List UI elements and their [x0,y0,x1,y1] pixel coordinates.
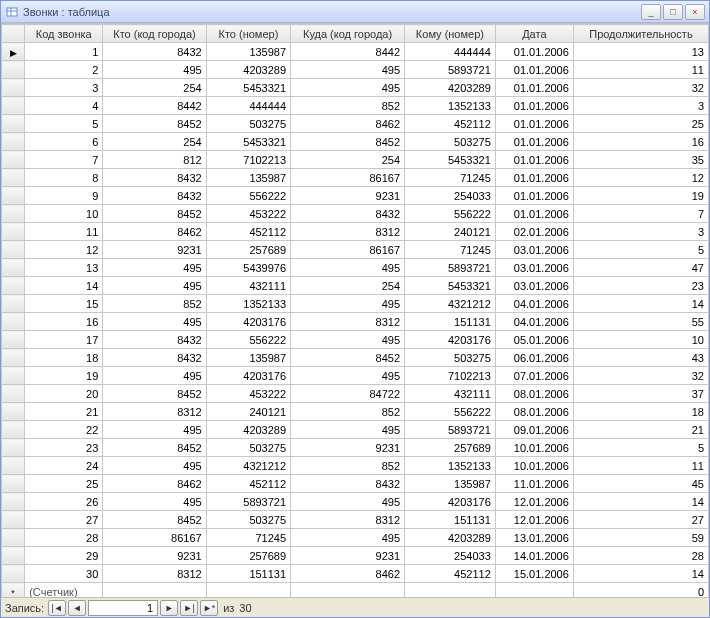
cell[interactable]: 240121 [206,403,290,421]
cell[interactable]: 495 [103,493,206,511]
cell[interactable]: 18 [25,349,103,367]
cell[interactable]: 21 [573,421,708,439]
row-selector[interactable] [2,259,25,277]
cell[interactable]: 503275 [405,349,496,367]
cell[interactable]: 8432 [291,475,405,493]
maximize-button[interactable]: □ [663,4,683,20]
cell[interactable]: 07.01.2006 [495,367,573,385]
cell[interactable]: 8432 [103,43,206,61]
cell[interactable]: 8442 [103,97,206,115]
cell[interactable]: 2 [25,61,103,79]
cell[interactable]: 556222 [206,187,290,205]
cell[interactable]: 55 [573,313,708,331]
column-header[interactable]: Куда (код города) [291,25,405,43]
cell[interactable]: 151131 [405,313,496,331]
cell[interactable]: 852 [291,457,405,475]
row-selector[interactable] [2,367,25,385]
table-row[interactable]: 108452453222843255622201.01.20067 [2,205,709,223]
row-selector[interactable] [2,133,25,151]
cell[interactable]: 503275 [405,133,496,151]
cell[interactable]: 27 [25,511,103,529]
row-selector[interactable] [2,169,25,187]
cell[interactable]: 8452 [103,385,206,403]
nav-first-button[interactable]: |◄ [48,600,66,616]
cell[interactable]: 20 [25,385,103,403]
row-selector[interactable] [2,277,25,295]
cell[interactable]: 432111 [206,277,290,295]
cell[interactable]: 495 [103,313,206,331]
row-selector[interactable] [2,529,25,547]
cell[interactable]: 28 [25,529,103,547]
cell[interactable]: 14 [25,277,103,295]
cell[interactable]: 19 [25,367,103,385]
cell[interactable]: 03.01.2006 [495,259,573,277]
cell[interactable]: 9231 [291,187,405,205]
row-selector[interactable] [2,115,25,133]
cell[interactable]: 8452 [103,439,206,457]
table-row[interactable]: 21831224012185255622208.01.200618 [2,403,709,421]
cell[interactable]: 452112 [206,475,290,493]
cell[interactable]: 7 [25,151,103,169]
cell[interactable]: 11 [573,61,708,79]
cell[interactable]: 21 [25,403,103,421]
cell[interactable]: 01.01.2006 [495,169,573,187]
table-row[interactable]: 14495432111254545332103.01.200623 [2,277,709,295]
cell[interactable]: 28 [573,547,708,565]
column-header[interactable]: Кто (код города) [103,25,206,43]
cell[interactable]: 556222 [206,331,290,349]
cell[interactable]: 852 [291,97,405,115]
cell[interactable]: 5 [573,241,708,259]
cell[interactable]: 12 [573,169,708,187]
table-row[interactable]: 244954321212852135213310.01.200611 [2,457,709,475]
cell[interactable]: 5893721 [405,259,496,277]
cell[interactable] [206,583,290,598]
cell[interactable]: 135987 [405,475,496,493]
cell[interactable]: 254033 [405,187,496,205]
row-selector[interactable] [2,97,25,115]
nav-new-button[interactable]: ►* [200,600,218,616]
cell[interactable]: 13 [573,43,708,61]
cell[interactable]: 01.01.2006 [495,79,573,97]
row-selector[interactable] [2,493,25,511]
cell[interactable]: 13 [25,259,103,277]
table-row[interactable]: 32545453321495420328901.01.200632 [2,79,709,97]
cell[interactable]: 5 [573,439,708,457]
datasheet-grid[interactable]: Код звонка Кто (код города) Кто (номер) … [1,23,709,597]
cell[interactable]: 26 [25,493,103,511]
cell[interactable]: 5453321 [206,79,290,97]
cell[interactable]: 86167 [103,529,206,547]
cell[interactable]: 12.01.2006 [495,493,573,511]
cell[interactable]: 5893721 [206,493,290,511]
cell[interactable]: 495 [103,421,206,439]
cell[interactable]: 254 [103,79,206,97]
table-row[interactable]: 48442444444852135213301.01.20063 [2,97,709,115]
cell[interactable]: 01.01.2006 [495,205,573,223]
cell[interactable]: 0 [573,583,708,598]
cell[interactable]: 254 [103,133,206,151]
cell[interactable]: 01.01.2006 [495,97,573,115]
cell[interactable]: 7102213 [206,151,290,169]
cell[interactable]: 452112 [405,565,496,583]
cell[interactable]: 1 [25,43,103,61]
cell[interactable]: 8432 [291,205,405,223]
cell[interactable]: 8432 [103,187,206,205]
cell[interactable]: 503275 [206,439,290,457]
table-row[interactable]: 224954203289495589372109.01.200621 [2,421,709,439]
table-row[interactable]: 129231257689861677124503.01.20065 [2,241,709,259]
nav-current-input[interactable] [88,600,158,616]
cell[interactable]: 8462 [291,565,405,583]
cell[interactable]: 8442 [291,43,405,61]
cell[interactable]: 8 [25,169,103,187]
cell[interactable]: 151131 [405,511,496,529]
cell[interactable]: 257689 [206,547,290,565]
cell[interactable]: 01.01.2006 [495,61,573,79]
cell[interactable]: 444444 [405,43,496,61]
cell[interactable]: 9231 [291,439,405,457]
cell[interactable]: 12.01.2006 [495,511,573,529]
cell[interactable]: 16 [573,133,708,151]
table-row[interactable]: 134955439976495589372103.01.200647 [2,259,709,277]
cell[interactable]: 59 [573,529,708,547]
row-selector[interactable] [2,223,25,241]
cell[interactable]: 495 [103,61,206,79]
cell[interactable]: 4203289 [405,79,496,97]
